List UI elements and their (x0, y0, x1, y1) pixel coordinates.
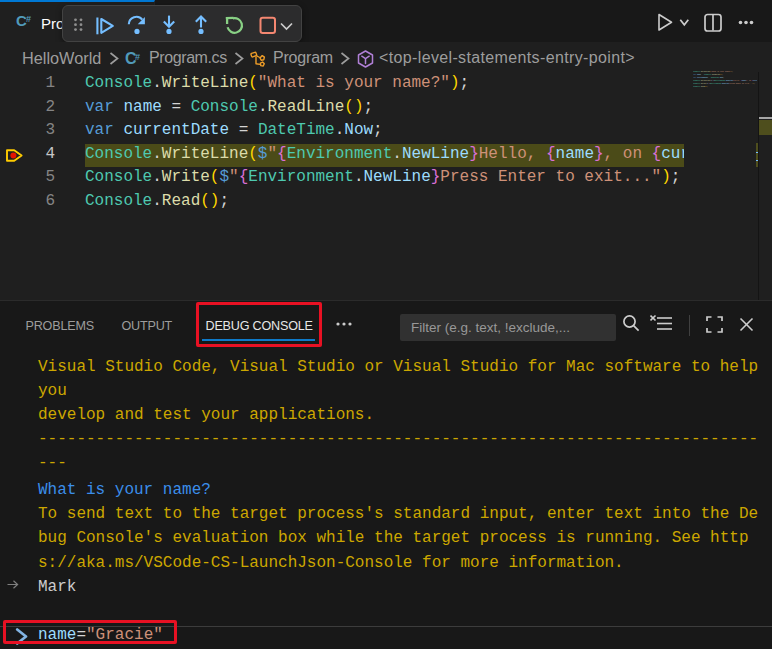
svg-text:#: # (135, 52, 140, 62)
svg-text:#: # (26, 14, 31, 24)
